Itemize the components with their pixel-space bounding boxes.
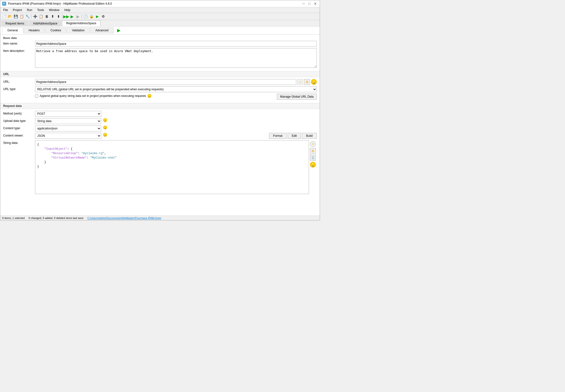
toolbar-run-select[interactable]: ▶ (75, 14, 81, 19)
content-viewer-select[interactable]: JSON XML HTML Text (35, 133, 101, 139)
url-section: URL: + ⚙ 💡 URL type: RELATIVE URL (globa… (0, 77, 320, 103)
code-line-5: } (37, 160, 307, 164)
sub-tab-general[interactable]: General (2, 28, 23, 33)
status-filepath[interactable]: C:\Users\stefsrt\Documents\HttpMaster\Po… (88, 217, 162, 220)
main-tabs: Request items AddAddressSpace RegisterAd… (0, 20, 320, 27)
toolbar-run[interactable]: ▶ (69, 14, 75, 19)
toolbar-up[interactable]: ⬆ (50, 14, 55, 19)
item-name-row: Item name: (3, 41, 317, 47)
maximize-button[interactable]: □ (307, 1, 312, 6)
close-button[interactable]: ✕ (313, 1, 318, 6)
method-select[interactable]: POST GET PUT DELETE (35, 111, 101, 117)
code-sidebar: + ⚙ ☰ 💡 (309, 140, 317, 168)
code-line-6: } (37, 164, 307, 169)
string-data-row: String data: { "InputObject": { "Resourc… (3, 140, 317, 194)
status-items: 6 items, 1 selected (2, 217, 25, 220)
menu-help[interactable]: Help (62, 8, 72, 12)
toolbar-settings[interactable]: ⚙ (101, 14, 106, 19)
menu-project[interactable]: Project (11, 8, 24, 12)
code-list-btn[interactable]: ☰ (310, 155, 316, 161)
status-changes: 0 changed, 0 added, 0 deleted since last… (29, 217, 84, 220)
url-hint-btn[interactable]: 💡 (311, 79, 317, 85)
tab-request-items[interactable]: Request items (1, 21, 29, 26)
code-line-3: "ResourceGroup": "myclaims-rg", (37, 151, 307, 156)
toolbar-down[interactable]: ⬇ (56, 14, 61, 19)
upload-type-hint: 💡 (103, 118, 107, 122)
method-row: Method (verb): POST GET PUT DELETE (3, 111, 317, 117)
code-line-4: "VirtualNetworkName": "MyClaims-vnet" (37, 156, 307, 160)
toolbar-new[interactable]: 📄 (1, 14, 7, 19)
manage-global-url-btn[interactable]: Manage Global URL Data (277, 94, 317, 99)
format-btn[interactable]: Format (269, 133, 287, 139)
minimize-button[interactable]: ─ (301, 1, 306, 6)
toolbar-lock[interactable]: 🔒 (89, 14, 94, 19)
upload-type-label: Upload data type: (3, 118, 35, 123)
basic-data-section: Basic data Item name: Item description: … (0, 34, 320, 71)
item-name-input[interactable] (35, 41, 317, 47)
toolbar-save[interactable]: 💾 (13, 14, 18, 19)
string-data-label: String data: (3, 140, 35, 145)
toolbar-delete[interactable]: 🗑 (44, 14, 49, 19)
tab-add-address-space[interactable]: AddAddressSpace (29, 21, 61, 26)
edit-btn[interactable]: Edit (288, 133, 301, 139)
toolbar-add[interactable]: ➕ (32, 14, 38, 19)
upload-type-select[interactable]: String data Form data File upload No dat… (35, 118, 101, 124)
append-query-checkbox[interactable] (35, 95, 38, 98)
window-title: Poormans IPAM (Poormans IPAM.hmpr) - Htt… (8, 2, 299, 5)
toolbar-btn5[interactable]: 🔧 (25, 14, 30, 19)
content-area: Basic data Item name: Item description: … (0, 34, 320, 216)
code-editor-container: { "InputObject": { "ResourceGroup": "myc… (35, 140, 309, 194)
menu-tools[interactable]: Tools (35, 8, 46, 12)
menu-run[interactable]: Run (25, 8, 34, 12)
content-type-label: Content type: (3, 126, 35, 130)
sub-tab-cookies[interactable]: Cookies (45, 28, 66, 33)
code-gear-btn[interactable]: ⚙ (310, 148, 316, 154)
content-viewer-row: Content viewer: JSON XML HTML Text 💡 For… (3, 133, 317, 139)
item-name-label: Item name: (3, 41, 35, 45)
toolbar-open[interactable]: 📂 (7, 14, 13, 19)
toolbar-play2[interactable]: ▶ (95, 14, 100, 19)
url-section-header: URL (0, 71, 320, 77)
title-bar: P Poormans IPAM (Poormans IPAM.hmpr) - H… (0, 0, 320, 7)
toolbar-separator-3 (82, 14, 82, 19)
run-request-btn[interactable]: ▶ (116, 28, 121, 33)
url-add-btn[interactable]: + (297, 79, 303, 85)
content-viewer-label: Content viewer: (3, 133, 35, 137)
main-window: P Poormans IPAM (Poormans IPAM.hmpr) - H… (0, 0, 320, 221)
append-hint-icon: 💡 (148, 94, 151, 98)
toolbar-history[interactable]: 🕐 (83, 14, 88, 19)
build-btn[interactable]: Build (302, 133, 317, 139)
tab-register-address-space[interactable]: RegisterAddressSpace (62, 20, 101, 26)
menu-window[interactable]: Window (47, 8, 61, 12)
url-label: URL: (3, 79, 35, 84)
sub-tab-validation[interactable]: Validation (67, 28, 90, 33)
url-type-select[interactable]: RELATIVE URL (global URL set in project … (35, 86, 317, 92)
append-query-label: Append global query string data set in p… (40, 94, 146, 98)
method-label: Method (verb): (3, 111, 35, 115)
menu-file[interactable]: File (1, 8, 10, 12)
item-description-input[interactable]: Retrieve a free address space to be used… (35, 48, 317, 68)
content-type-select[interactable]: application/json text/xml text/plain (35, 126, 101, 131)
code-hint-btn[interactable]: 💡 (310, 162, 316, 168)
code-line-2: "InputObject": { (37, 147, 307, 151)
content-type-hint: 💡 (103, 126, 107, 129)
request-data-section: Method (verb): POST GET PUT DELETE Uploa… (0, 109, 320, 197)
code-block[interactable]: { "InputObject": { "ResourceGroup": "myc… (35, 140, 309, 194)
basic-data-label: Basic data (3, 36, 317, 39)
window-controls: ─ □ ✕ (301, 1, 318, 6)
status-bar: 6 items, 1 selected 0 changed, 0 added, … (0, 216, 320, 220)
url-row: URL: + ⚙ 💡 (3, 79, 317, 85)
toolbar-copy[interactable]: 📋 (38, 14, 44, 19)
request-data-header: Request data (0, 103, 320, 109)
toolbar-run-all[interactable]: ▶▶ (63, 14, 69, 19)
app-icon: P (2, 2, 6, 6)
sub-tabs-bar: General Headers Cookies Validation Advan… (0, 27, 320, 34)
toolbar: 📄 📂 💾 📋 🔧 ➕ 📋 🗑 ⬆ ⬇ ▶▶ ▶ ▶ 🕐 🔒 ▶ ⚙ (0, 13, 320, 20)
url-type-row: URL type: RELATIVE URL (global URL set i… (3, 86, 317, 92)
sub-tab-advanced[interactable]: Advanced (90, 28, 113, 33)
toolbar-btn4[interactable]: 📋 (19, 14, 24, 19)
url-gear-btn[interactable]: ⚙ (304, 79, 310, 85)
url-input[interactable] (35, 79, 296, 85)
code-add-btn[interactable]: + (310, 141, 316, 147)
sub-tab-headers[interactable]: Headers (24, 28, 45, 33)
